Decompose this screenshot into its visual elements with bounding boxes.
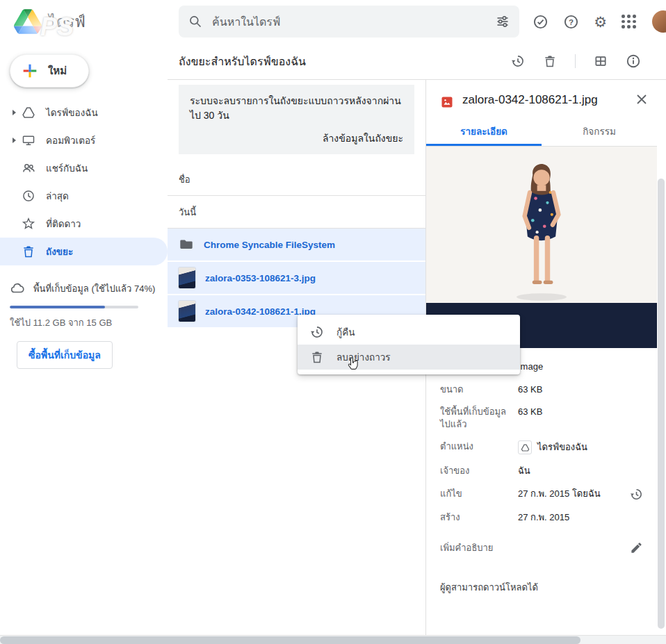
drive-logo-icon [14, 9, 42, 34]
restore-button[interactable] [511, 54, 525, 68]
tab-activity[interactable]: กิจกรรม [542, 116, 657, 146]
storage-progress-fill [10, 306, 105, 308]
offline-status-icon[interactable] [533, 14, 549, 30]
svg-text:?: ? [569, 17, 574, 26]
date-group-header: วันนี้ [168, 196, 425, 229]
sidebar-item-label: คอมพิวเตอร์ [46, 133, 95, 148]
help-icon[interactable]: ? [563, 14, 579, 30]
sidebar-item-recent[interactable]: ล่าสุด [0, 182, 168, 210]
column-header-name[interactable]: ชื่อ [168, 154, 425, 196]
my-drive-icon [19, 106, 38, 119]
search-input[interactable]: ค้นหาในไดรฟ์ [179, 6, 519, 38]
details-tabs: รายละเอียด กิจกรรม [426, 116, 657, 147]
sidebar-item-computers[interactable]: คอมพิวเตอร์ [0, 126, 168, 154]
sidebar-item-label: ที่ติดดาว [46, 216, 81, 231]
recent-clock-icon [19, 189, 38, 203]
field-label: แก้ไข [440, 488, 518, 500]
grid-view-button[interactable] [594, 54, 608, 68]
field-value: 63 KB [518, 383, 542, 396]
search-placeholder: ค้นหาในไดรฟ์ [212, 13, 486, 31]
sidebar-item-shared-with-me[interactable]: แชร์กับฉัน [0, 154, 168, 182]
search-icon[interactable] [188, 15, 202, 28]
menu-item-label: กู้คืน [336, 324, 355, 340]
field-owner: เจ้าของ ฉัน [440, 465, 643, 477]
horizontal-scrollbar-thumb[interactable] [0, 636, 580, 644]
account-avatar[interactable] [652, 10, 666, 33]
storage-progress-bar [10, 306, 138, 308]
file-row-image[interactable]: zalora-0353-108621-3.jpg [168, 262, 425, 295]
field-created: สร้าง 27 ก.พ. 2015 [440, 511, 643, 524]
sidebar-item-label: ไดรฟ์ของฉัน [46, 105, 98, 120]
menu-item-delete-forever[interactable]: ลบอย่างถาวร [298, 345, 520, 370]
expand-caret-icon[interactable] [8, 110, 19, 115]
field-size: ขนาด 63 KB [440, 383, 643, 396]
image-thumbnail [179, 301, 195, 322]
sidebar-item-trash[interactable]: ถังขยะ [0, 238, 168, 265]
my-drive-icon [518, 440, 532, 454]
field-label: ตำแหน่ง [440, 440, 518, 453]
topbar: ไดรฟ์ ค้นหาในไดรฟ์ ? ⚙ [0, 0, 666, 43]
edit-pencil-icon[interactable] [630, 541, 643, 554]
field-value: Image [518, 361, 543, 373]
file-row-folder[interactable]: Chrome Syncable FileSystem [168, 229, 425, 262]
field-storage-used: ใช้พื้นที่เก็บข้อมูลไปแล้ว 63 KB [440, 406, 643, 430]
field-value: ไดรฟ์ของฉัน [537, 441, 587, 454]
details-file-name: zalora-0342-108621-1.jpg [462, 92, 628, 108]
trash-notice-text: ระบบจะลบรายการในถังขยะแบบถาวรหลังจากผ่าน… [190, 95, 401, 121]
vertical-scrollbar[interactable] [658, 179, 665, 629]
field-label: ขนาด [440, 383, 518, 396]
expand-caret-icon[interactable] [8, 138, 19, 143]
location-chip[interactable]: ไดรฟ์ของฉัน [518, 440, 587, 454]
horizontal-scrollbar-track[interactable] [0, 635, 666, 644]
menu-item-label: ลบอย่างถาวร [336, 349, 391, 365]
new-button[interactable]: ใหม่ [10, 54, 89, 88]
trash-icon [19, 245, 38, 258]
field-location: ตำแหน่ง ไดรฟ์ของฉัน [440, 440, 643, 454]
field-modified: แก้ไข 27 ก.พ. 2015 โดยฉัน [440, 488, 643, 501]
field-label: เจ้าของ [440, 465, 518, 477]
shared-people-icon [19, 161, 38, 175]
apps-grid-icon[interactable] [622, 15, 636, 28]
empty-trash-button[interactable]: ล้างข้อมูลในถังขยะ [190, 131, 403, 146]
field-value: ฉัน [518, 465, 530, 477]
search-options-icon[interactable] [496, 15, 510, 28]
computers-icon [19, 133, 38, 147]
topbar-actions: ? ⚙ [533, 10, 666, 33]
details-info-button[interactable] [626, 53, 641, 69]
buy-storage-button[interactable]: ซื้อพื้นที่เก็บข้อมูล [17, 341, 113, 369]
starred-icon [19, 217, 38, 231]
sidebar: ใหม่ ไดรฟ์ของฉัน คอมพิวเตอร์ แชร์กับฉัน [0, 43, 168, 635]
plus-icon [20, 61, 40, 81]
new-button-label: ใหม่ [48, 63, 67, 79]
tab-details[interactable]: รายละเอียด [426, 116, 542, 146]
page-title: ถังขยะสำหรับไดรฟ์ของฉัน [179, 53, 306, 70]
viewers-can-download-note: ผู้ดูสามารถดาวน์โหลดได้ [426, 555, 657, 595]
version-history-icon[interactable] [630, 488, 643, 501]
image-thumbnail [179, 267, 195, 288]
sidebar-item-my-drive[interactable]: ไดรฟ์ของฉัน [0, 99, 168, 126]
toolbar-actions [511, 53, 641, 69]
delete-forever-icon [310, 350, 324, 364]
storage-usage-text: ใช้ไป 11.2 GB จาก 15 GB [10, 315, 168, 330]
sidebar-item-starred[interactable]: ที่ติดดาว [0, 210, 168, 238]
file-name: Chrome Syncable FileSystem [204, 240, 335, 250]
add-description-field[interactable]: เพิ่มคำอธิบาย [426, 534, 657, 555]
cloud-icon [10, 281, 25, 296]
folder-icon [179, 237, 194, 252]
storage-label: พื้นที่เก็บข้อมูล (ใช้ไปแล้ว 74%) [33, 281, 155, 296]
sidebar-item-label: แชร์กับฉัน [46, 160, 88, 176]
field-value: 27 ก.พ. 2015 [518, 511, 569, 524]
menu-item-restore[interactable]: กู้คืน [298, 320, 520, 345]
sidebar-item-label: ถังขยะ [46, 244, 73, 259]
content-header: ถังขยะสำหรับไดรฟ์ของฉัน [168, 43, 666, 80]
close-icon[interactable] [636, 92, 647, 105]
delete-forever-button[interactable] [543, 54, 557, 68]
settings-gear-icon[interactable]: ⚙ [594, 15, 607, 29]
sidebar-item-label: ล่าสุด [46, 188, 69, 204]
restore-icon [310, 325, 324, 339]
sidebar-nav: ไดรฟ์ของฉัน คอมพิวเตอร์ แชร์กับฉัน ล่าสุ… [0, 99, 168, 265]
add-description-label: เพิ่มคำอธิบาย [440, 540, 494, 555]
storage-row[interactable]: พื้นที่เก็บข้อมูล (ใช้ไปแล้ว 74%) [10, 281, 168, 296]
drive-logo-area[interactable]: ไดรฟ์ [0, 9, 168, 34]
field-label: ใช้พื้นที่เก็บข้อมูลไปแล้ว [440, 406, 518, 430]
